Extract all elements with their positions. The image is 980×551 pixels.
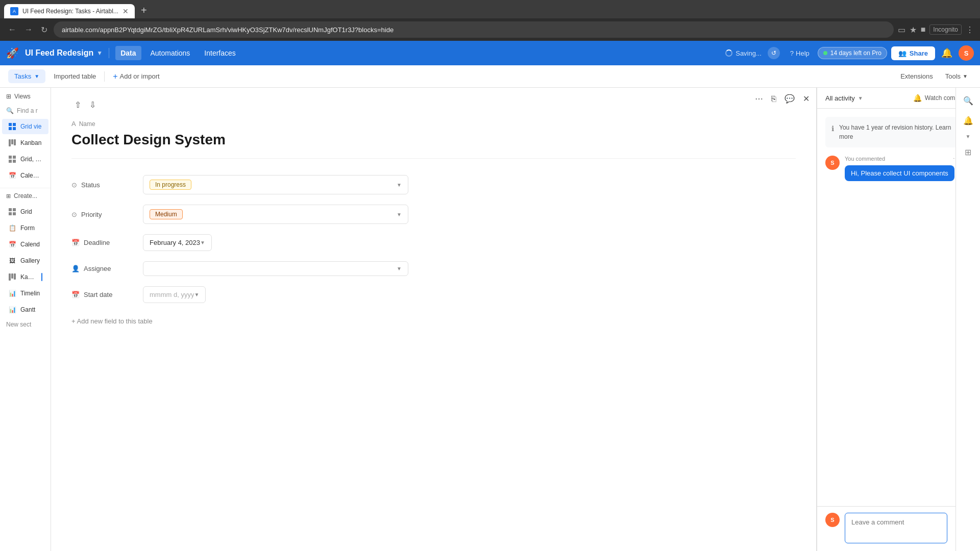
add-import-button[interactable]: + Add or import — [109, 70, 163, 83]
sidebar-item-kanban[interactable]: Kanban — [2, 135, 48, 151]
help-label: Help — [796, 49, 810, 57]
right-down-arrow[interactable]: ▼ — [966, 134, 971, 139]
svg-rect-13 — [9, 212, 12, 215]
refresh-button[interactable]: ↻ — [39, 23, 50, 37]
forward-button[interactable]: → — [22, 23, 35, 36]
share-button[interactable]: 👥 Share — [891, 46, 935, 60]
toolbar: Tasks ▼ Imported table + Add or import E… — [0, 65, 980, 88]
right-grid-icon[interactable]: ⊞ — [963, 145, 973, 159]
tools-button[interactable]: Tools ▼ — [941, 70, 972, 82]
tasks-tab[interactable]: Tasks ▼ — [8, 69, 45, 83]
active-tab[interactable]: A UI Feed Redesign: Tasks - Airtabl... ✕ — [4, 4, 135, 18]
panel-more-button[interactable]: ⋯ — [752, 92, 766, 106]
svg-rect-11 — [9, 208, 12, 211]
comment-meta: You commented ⋯ now — [845, 156, 972, 162]
history-icon[interactable]: ↺ — [768, 47, 780, 59]
app-logo: 🚀 — [6, 47, 19, 59]
sidebar-item-gallery-label: Gallery — [20, 257, 40, 264]
new-tab-button[interactable]: + — [137, 3, 151, 18]
comment-item: S You commented ⋯ now — [825, 156, 972, 181]
add-icon: + — [113, 72, 117, 81]
views-header[interactable]: ⊞ Views — [0, 88, 51, 105]
current-user-avatar: S — [825, 513, 840, 527]
right-search-icon[interactable]: 🔍 — [961, 94, 975, 108]
info-message: ℹ You have 1 year of revision history. L… — [825, 117, 972, 147]
sidebar-item-form-label: Form — [20, 224, 35, 232]
comment-input[interactable] — [845, 513, 947, 543]
name-field-icon: A — [71, 120, 76, 128]
right-bell-icon[interactable]: 🔔 — [961, 114, 975, 128]
content-area: ⊞ Views 🔍 Find a r Grid vie — [0, 88, 980, 551]
interfaces-nav-button[interactable]: Interfaces — [199, 46, 240, 60]
priority-badge: Medium — [150, 209, 183, 219]
sidebar-item-form[interactable]: 📋 Form — [2, 220, 48, 236]
sidebar-item-gantt[interactable]: 📊 Gantt — [2, 302, 48, 317]
sidebar-item-calendar[interactable]: 📅 Calenda — [2, 168, 48, 183]
extensions-icon[interactable]: ■ — [921, 25, 926, 34]
record-prev-button[interactable]: ⇧ — [71, 98, 84, 112]
grid-icon: ⊞ — [6, 93, 11, 100]
back-button[interactable]: ← — [6, 23, 18, 36]
panel-duplicate-button[interactable]: ⎘ — [768, 92, 779, 106]
sidebar-item-timeline[interactable]: 📊 Timelin — [2, 286, 48, 301]
tab-close-button[interactable]: ✕ — [122, 7, 129, 15]
svg-rect-14 — [13, 212, 16, 215]
svg-rect-6 — [14, 139, 16, 145]
sidebar-item-calendar2[interactable]: 📅 Calend — [2, 237, 48, 252]
assignee-field-row: 👤 Assignee ▼ — [71, 261, 796, 276]
svg-rect-4 — [9, 139, 11, 146]
panel-close-button[interactable]: ✕ — [800, 92, 813, 106]
bookmark-icon[interactable]: ★ — [910, 25, 917, 35]
calendar-side-icon: 📅 — [8, 171, 16, 180]
imported-table-button[interactable]: Imported table — [50, 70, 100, 82]
status-badge: In progress — [150, 180, 191, 190]
sidebar-item-grid2[interactable]: Grid — [2, 204, 48, 219]
priority-select[interactable]: Medium ▼ — [143, 205, 408, 224]
sidebar-item-grid-sc[interactable]: Grid, Sc — [2, 152, 48, 167]
sidebar-search[interactable]: 🔍 Find a r — [0, 105, 51, 118]
record-title[interactable]: Collect Design System — [71, 132, 796, 159]
user-avatar[interactable]: S — [959, 45, 974, 61]
status-field-icon: ⊙ — [71, 181, 77, 189]
cast-icon[interactable]: ▭ — [898, 25, 905, 35]
automations-nav-button[interactable]: Automations — [145, 46, 195, 60]
svg-rect-12 — [13, 208, 16, 211]
deadline-arrow: ▼ — [200, 240, 205, 245]
sidebar-item-kanban2[interactable]: Kanban — [2, 269, 48, 285]
start-date-picker[interactable]: mmmm d, yyyy ▼ — [143, 286, 206, 303]
kanban2-icon — [8, 273, 16, 281]
app-title[interactable]: UI Feed Redesign ▼ — [25, 48, 103, 58]
deadline-label: 📅 Deadline — [71, 239, 133, 246]
activity-filter-label: All activity — [825, 94, 855, 102]
sidebar-item-kanban-label: Kanban — [20, 139, 41, 146]
tab-bar: A UI Feed Redesign: Tasks - Airtabl... ✕… — [0, 0, 980, 18]
create-section[interactable]: ⊞ Create... — [0, 188, 51, 204]
assignee-select[interactable]: ▼ — [143, 261, 408, 276]
create-dots-icon: ⊞ — [6, 193, 11, 199]
activity-filter-dropdown[interactable]: All activity ▼ — [825, 94, 863, 102]
saving-spinner — [725, 49, 732, 57]
sidebar-item-calendar-label: Calenda — [20, 172, 42, 179]
sidebar-item-kanban2-label: Kanban — [20, 273, 37, 281]
url-bar[interactable]: airtable.com/appnB2PYqtdgiMrZG/tbliXpR4Z… — [54, 21, 894, 38]
status-field-row: ⊙ Status In progress ▼ — [71, 175, 796, 194]
help-button[interactable]: ? Help — [786, 47, 814, 59]
deadline-field-row: 📅 Deadline February 4, 2023 ▼ — [71, 234, 796, 251]
panel-comment-button[interactable]: 💬 — [781, 92, 798, 106]
menu-icon[interactable]: ⋮ — [966, 25, 974, 35]
notifications-button[interactable]: 🔔 — [939, 45, 954, 61]
extensions-button[interactable]: Extensions — [896, 70, 937, 82]
deadline-date-picker[interactable]: February 4, 2023 ▼ — [143, 234, 212, 251]
record-next-button[interactable]: ⇩ — [86, 98, 99, 112]
new-section-button[interactable]: New sect — [0, 318, 51, 331]
data-nav-button[interactable]: Data — [115, 46, 141, 60]
svg-rect-16 — [11, 273, 13, 279]
sidebar-item-grid-sc-label: Grid, Sc — [20, 156, 42, 163]
name-field-label: A Name — [71, 120, 796, 128]
add-field-button[interactable]: + Add new field to this table — [71, 313, 796, 329]
status-select[interactable]: In progress ▼ — [143, 175, 408, 194]
sidebar-item-gallery[interactable]: 🖼 Gallery — [2, 253, 48, 268]
info-icon: ℹ — [831, 123, 834, 141]
pro-badge[interactable]: 14 days left on Pro — [818, 47, 887, 59]
sidebar-item-grid-view[interactable]: Grid vie — [2, 119, 48, 134]
